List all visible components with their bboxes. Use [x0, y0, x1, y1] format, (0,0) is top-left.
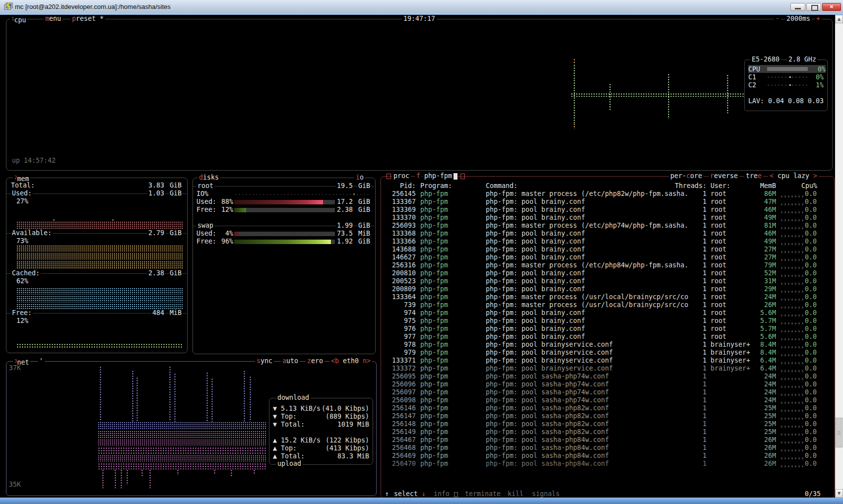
process-row[interactable]: 133364 php-fpm php-fpm: master process (…	[385, 293, 821, 301]
select-action[interactable]: select	[392, 491, 419, 498]
close-button[interactable]: ✕	[822, 3, 841, 11]
process-command: php-fpm: pool sasha-php84w.conf	[486, 436, 702, 444]
info-action[interactable]: info	[432, 491, 451, 498]
header-mem[interactable]: MemB	[754, 182, 776, 190]
process-row[interactable]: 200810 php-fpm php-fpm: pool brainy.conf…	[385, 269, 821, 277]
proc-reverse-tab[interactable]: reverse	[709, 173, 739, 180]
process-panel-title[interactable]: proc	[392, 173, 411, 180]
proc-filter-key[interactable]: f	[415, 173, 422, 180]
header-cpu[interactable]: Cpu%	[787, 182, 817, 190]
process-memory: 25M	[754, 404, 776, 412]
process-row[interactable]: 739 php-fpm php-fpm: master process (/us…	[385, 301, 821, 309]
memory-panel-title[interactable]: 2mem	[13, 174, 30, 181]
process-row[interactable]: 256096 php-fpm php-fpm: pool sasha-php74…	[385, 380, 821, 388]
signals-action[interactable]: signals	[530, 491, 561, 498]
process-row[interactable]: 200523 php-fpm php-fpm: pool brainy.conf…	[385, 277, 821, 285]
disk-root-io-label: IO%	[196, 190, 208, 198]
window-titlebar[interactable]: mc [root@a202.itdeveloper.com.ua]:/home/…	[0, 0, 843, 14]
process-command: php-fpm: pool brainy.conf	[486, 325, 702, 333]
scroll-down-button[interactable]: ▼	[835, 489, 843, 498]
header-command[interactable]: Command:	[486, 182, 518, 190]
cpu-preset-tab[interactable]: preset *	[70, 15, 105, 22]
process-row[interactable]: 256470 php-fpm php-fpm: pool sasha-php84…	[385, 460, 821, 468]
process-row[interactable]: 133369 php-fpm php-fpm: pool brainy.conf…	[385, 206, 821, 214]
process-row[interactable]: 256467 php-fpm php-fpm: pool sasha-php84…	[385, 436, 821, 444]
process-row[interactable]: 256098 php-fpm php-fpm: pool sasha-php74…	[385, 396, 821, 404]
process-threads: 1	[702, 333, 707, 341]
net-stat-row: ▼ Top: (889 Kibps)	[273, 413, 369, 421]
process-memory: 5.6M	[754, 333, 776, 341]
process-row[interactable]: 256149 php-fpm php-fpm: pool sasha-php82…	[385, 428, 821, 436]
net-auto-tab[interactable]: auto	[281, 358, 300, 365]
process-memory: 5.7M	[754, 325, 776, 333]
maximize-icon	[811, 5, 818, 11]
maximize-button[interactable]	[806, 3, 821, 11]
disk-root-size: 19.5GiB	[335, 182, 371, 190]
process-row[interactable]: 200809 php-fpm php-fpm: pool brainy.conf…	[385, 285, 821, 293]
scrollbar-thumb[interactable]	[836, 418, 843, 447]
header-pid[interactable]: Pid:	[385, 182, 416, 190]
disks-io-tab[interactable]: io	[354, 174, 365, 181]
process-user: root	[711, 317, 754, 325]
process-row[interactable]: 256148 php-fpm php-fpm: pool sasha-php82…	[385, 420, 821, 428]
process-memory: 46M	[754, 206, 776, 214]
process-row[interactable]: 256145 php-fpm php-fpm: master process (…	[385, 190, 821, 198]
process-row[interactable]: 976 php-fpm php-fpm: pool brainy.conf 1 …	[385, 325, 821, 333]
process-row[interactable]: 133368 php-fpm php-fpm: pool brainy.conf…	[385, 230, 821, 238]
scroll-up-button[interactable]: ▲	[835, 15, 843, 23]
net-sync-tab[interactable]: sync	[255, 358, 274, 365]
process-command: php-fpm: pool sasha-php74w.conf	[486, 373, 702, 380]
process-row[interactable]: 256468 php-fpm php-fpm: pool sasha-php84…	[385, 444, 821, 452]
header-program[interactable]: Program:	[420, 182, 452, 190]
scroll-down-hint[interactable]: ↓	[420, 491, 427, 498]
process-row[interactable]: 133372 php-fpm php-fpm: pool brainyservi…	[385, 365, 821, 373]
process-row[interactable]: 978 php-fpm php-fpm: pool brainyservice.…	[385, 341, 821, 349]
process-threads: 1	[702, 246, 707, 253]
process-user: brainyser+	[711, 365, 754, 373]
network-panel-title[interactable]: 3net	[13, 358, 30, 365]
proc-filter-input[interactable]: php-fpm	[423, 173, 454, 180]
process-row[interactable]: 256469 php-fpm php-fpm: pool sasha-php84…	[385, 452, 821, 460]
process-user: root	[711, 214, 754, 222]
proc-tree-tab[interactable]: tree	[744, 173, 763, 180]
process-row[interactable]: 133366 php-fpm php-fpm: pool brainy.conf…	[385, 238, 821, 246]
proc-sort-selector[interactable]: < cpu lazy >	[768, 173, 819, 180]
kill-action[interactable]: kill	[506, 491, 525, 498]
process-row[interactable]: 979 php-fpm php-fpm: pool brainyservice.…	[385, 349, 821, 357]
proc-marker-icon	[387, 174, 391, 179]
process-user	[711, 373, 754, 380]
cpu-menu-tab[interactable]: menu	[44, 15, 63, 22]
proc-percore-tab[interactable]: per-core	[669, 173, 704, 180]
process-row[interactable]: 977 php-fpm php-fpm: pool brainy.conf 1 …	[385, 333, 821, 341]
process-row[interactable]: 146627 php-fpm php-fpm: pool brainy.conf…	[385, 253, 821, 261]
net-zero-tab[interactable]: zero	[306, 358, 324, 365]
leader-dots	[780, 357, 804, 365]
process-row[interactable]: 256097 php-fpm php-fpm: pool sasha-php74…	[385, 388, 821, 396]
process-row[interactable]: 143688 php-fpm php-fpm: pool brainy.conf…	[385, 246, 821, 253]
cpu-panel-title[interactable]: 1cpu	[10, 15, 27, 22]
process-count: 0/35	[803, 491, 822, 498]
process-row[interactable]: 133367 php-fpm php-fpm: pool brainy.conf…	[385, 198, 821, 206]
header-threads[interactable]: Threads:	[675, 182, 707, 190]
scroll-up-hint[interactable]: ↑	[384, 491, 390, 498]
net-interface-selector[interactable]: <b eth0 n>	[329, 358, 372, 365]
process-row[interactable]: 256095 php-fpm php-fpm: pool sasha-php74…	[385, 373, 821, 380]
interval-increase-button[interactable]: +	[815, 15, 822, 22]
process-row[interactable]: 133371 php-fpm php-fpm: pool brainyservi…	[385, 357, 821, 365]
process-row[interactable]: 974 php-fpm php-fpm: pool brainy.conf 1 …	[385, 309, 821, 317]
process-row[interactable]: 975 php-fpm php-fpm: pool brainy.conf 1 …	[385, 317, 821, 325]
disks-panel-title[interactable]: disks	[197, 174, 220, 181]
process-command: php-fpm: pool brainy.conf	[486, 238, 702, 246]
process-memory: 26M	[754, 301, 776, 309]
process-row[interactable]: 256316 php-fpm php-fpm: master process (…	[385, 261, 821, 269]
process-row[interactable]: 133370 php-fpm php-fpm: pool brainy.conf…	[385, 214, 821, 222]
process-program: php-fpm	[420, 309, 481, 317]
process-row[interactable]: 256146 php-fpm php-fpm: pool sasha-php82…	[385, 404, 821, 412]
process-row[interactable]: 256147 php-fpm php-fpm: pool sasha-php82…	[385, 412, 821, 420]
header-user[interactable]: User:	[711, 182, 730, 190]
leader-dots	[780, 222, 804, 230]
interval-decrease-button[interactable]: -	[774, 15, 781, 22]
terminate-action[interactable]: terminate	[463, 491, 502, 498]
minimize-button[interactable]	[790, 3, 805, 11]
process-row[interactable]: 256093 php-fpm php-fpm: master process (…	[385, 222, 821, 230]
